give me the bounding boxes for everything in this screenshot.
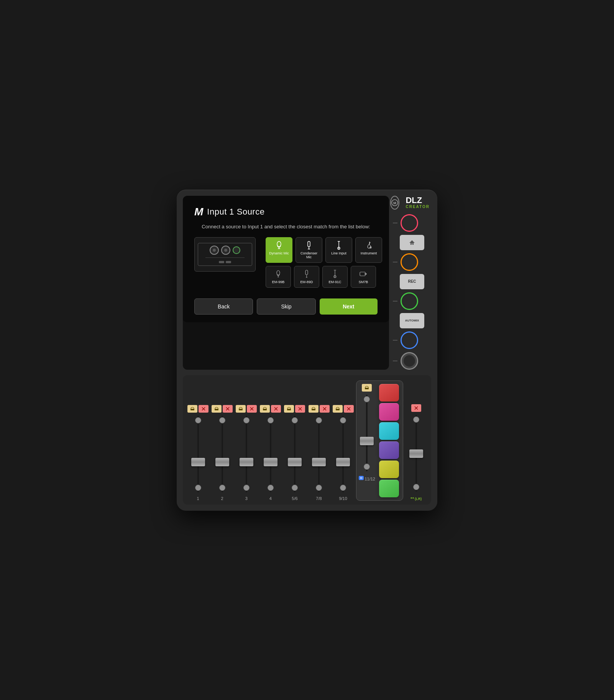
svg-text:M: M xyxy=(394,201,397,205)
channel-strip-lr: ●● (LR) xyxy=(405,404,427,501)
source-condenser-mic[interactable]: Condenser Mic xyxy=(296,237,322,263)
home-button[interactable] xyxy=(400,235,424,250)
knob-row-5 xyxy=(393,352,431,370)
ch2-fader-bottom[interactable] xyxy=(219,485,225,491)
svg-rect-27 xyxy=(215,409,218,410)
svg-rect-45 xyxy=(365,388,369,389)
top-section: M Input 1 Source Connect a source to Inp… xyxy=(183,196,431,370)
ch2-mute[interactable] xyxy=(223,405,233,413)
rec-button[interactable]: REC xyxy=(400,274,424,289)
ch78-fader-top[interactable] xyxy=(316,417,322,423)
pad-red[interactable] xyxy=(379,384,399,402)
ch78-fader-bottom[interactable] xyxy=(316,485,322,491)
ch3-mute[interactable] xyxy=(247,405,257,413)
ch56-fader-top[interactable] xyxy=(292,417,298,423)
source-instrument[interactable]: Instrument xyxy=(355,237,382,263)
pad-pink[interactable] xyxy=(379,403,399,421)
ch78-mute[interactable] xyxy=(320,405,330,413)
svg-rect-42 xyxy=(336,409,340,410)
knob-ch1[interactable] xyxy=(401,214,418,232)
ch78-solo[interactable] xyxy=(309,405,318,413)
knob-ch4[interactable] xyxy=(401,331,418,349)
pad-green[interactable] xyxy=(379,480,399,497)
ch4-label: 4 xyxy=(269,496,272,501)
channel-strip-4: 4 xyxy=(259,405,282,501)
knob-ch5[interactable] xyxy=(401,352,418,370)
ch2-label: 2 xyxy=(221,496,223,501)
ch910-fader-top[interactable] xyxy=(340,417,346,423)
em89d-icon xyxy=(305,269,309,279)
ch4-fader-handle[interactable] xyxy=(264,458,277,466)
lr-fader-handle[interactable] xyxy=(409,449,423,458)
ch2-solo[interactable] xyxy=(212,405,222,413)
pad-yellow[interactable] xyxy=(379,461,399,478)
dynamic-mic-icon xyxy=(276,241,282,250)
pad-cyan[interactable] xyxy=(379,422,399,440)
source-em89d[interactable]: EM-89D xyxy=(294,266,319,288)
ch4-solo[interactable] xyxy=(260,405,270,413)
lr-fader-bottom[interactable] xyxy=(413,484,419,490)
right-panel: M DLZ CREATOR xyxy=(393,196,431,370)
ch1112-fader-top[interactable] xyxy=(364,396,370,402)
ch56-fader-track xyxy=(294,416,296,492)
ch1-fader-handle[interactable] xyxy=(191,458,205,466)
knob-row-4 xyxy=(393,331,431,349)
em91c-icon xyxy=(333,269,337,279)
back-button[interactable]: Back xyxy=(194,298,253,315)
channel-strips: 1 2 xyxy=(187,380,427,501)
knob-ch3[interactable] xyxy=(401,292,418,310)
ch56-fader-handle[interactable] xyxy=(288,458,302,466)
next-button[interactable]: Next xyxy=(320,298,378,315)
ch1112-fader-handle[interactable] xyxy=(360,437,374,445)
ch4-fader-bottom[interactable] xyxy=(268,485,274,491)
ch56-fader-bottom[interactable] xyxy=(292,485,298,491)
ch1-solo[interactable] xyxy=(187,405,197,413)
screen: M Input 1 Source Connect a source to Inp… xyxy=(183,196,389,323)
ch2-fader-top[interactable] xyxy=(219,417,225,423)
ch2-fader-handle[interactable] xyxy=(215,458,229,466)
channel-strip-56: 5/6 xyxy=(283,405,306,501)
ch1112-solo[interactable] xyxy=(362,384,372,392)
screen-subtitle: Connect a source to Input 1 and select t… xyxy=(194,223,378,230)
source-em99b[interactable]: EM-99B xyxy=(266,266,291,288)
knob-ch2[interactable] xyxy=(401,253,418,271)
ch78-fader-handle[interactable] xyxy=(312,458,326,466)
dlz-brand: DLZ CREATOR xyxy=(406,196,430,209)
source-sm7b[interactable]: SM7B xyxy=(351,266,376,288)
lr-fader-track xyxy=(415,415,417,492)
automix-button[interactable]: AUTOMIX xyxy=(400,313,424,328)
ch3-fader-handle[interactable] xyxy=(240,458,253,466)
ch3-solo[interactable] xyxy=(236,405,246,413)
ch56-mute[interactable] xyxy=(295,405,305,413)
lr-fader-top[interactable] xyxy=(413,416,419,423)
source-em91c[interactable]: EM-91C xyxy=(322,266,348,288)
ch4-fader-top[interactable] xyxy=(268,417,274,423)
lr-mute[interactable] xyxy=(411,404,421,412)
skip-button[interactable]: Skip xyxy=(257,298,315,315)
rec-label: REC xyxy=(408,279,416,284)
ch910-fader-bottom[interactable] xyxy=(340,485,346,491)
ch4-mute[interactable] xyxy=(271,405,281,413)
source-line-input[interactable]: Line Input xyxy=(325,237,352,263)
em99b-icon xyxy=(276,269,281,279)
ch1112-fader-bottom[interactable] xyxy=(364,464,370,470)
ch78-fader-track xyxy=(318,416,320,492)
channel-strip-3: 3 xyxy=(235,405,258,501)
ch1-mute[interactable] xyxy=(199,405,208,413)
ch3-fader-top[interactable] xyxy=(243,417,250,423)
ch1-fader-track xyxy=(197,416,199,492)
mixer-section: 1 2 xyxy=(183,375,431,505)
source-row-1: Dynamic Mic Condens xyxy=(266,237,382,263)
source-dynamic-mic[interactable]: Dynamic Mic xyxy=(266,237,292,263)
condenser-mic-label: Condenser Mic xyxy=(298,251,320,260)
ch910-mute[interactable] xyxy=(344,405,354,413)
sm7b-label: SM7B xyxy=(359,280,368,284)
ch1-fader-bottom[interactable] xyxy=(195,485,201,491)
ch1-fader-top[interactable] xyxy=(195,417,201,423)
ch3-fader-bottom[interactable] xyxy=(243,485,250,491)
ch56-solo[interactable] xyxy=(284,405,294,413)
ch3-buttons xyxy=(236,405,257,413)
ch910-fader-handle[interactable] xyxy=(336,458,350,466)
pad-purple[interactable] xyxy=(379,441,399,459)
ch910-solo[interactable] xyxy=(333,405,343,413)
